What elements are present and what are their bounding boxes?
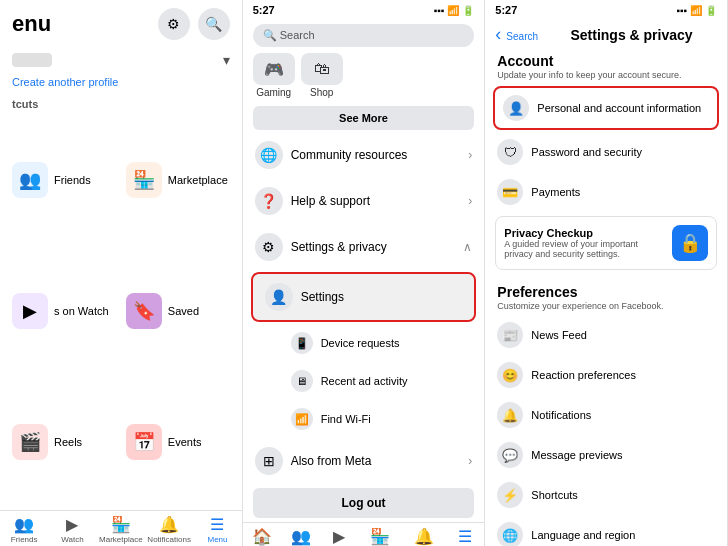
nav-notifications-icon: 🔔 (159, 515, 179, 534)
settings-row[interactable]: 👤 Settings (253, 274, 475, 320)
marketplace-icon: 🏪 (126, 162, 162, 198)
shortcut-reels[interactable]: 🎬 Reels (8, 377, 120, 506)
gaming-label: Gaming (256, 87, 291, 98)
message-previews-row[interactable]: 💬 Message previews (485, 435, 727, 475)
device-requests-row[interactable]: 📱 Device requests (243, 324, 485, 362)
menu-header: enu ⚙ 🔍 (0, 0, 242, 46)
tab-shop[interactable]: 🛍 Shop (301, 53, 343, 98)
shortcut-events[interactable]: 📅 Events (122, 377, 234, 506)
settings-privacy-row[interactable]: ⚙ Settings & privacy ∧ (243, 224, 485, 270)
find-wifi-label: Find Wi-Fi (321, 413, 371, 425)
create-profile-link[interactable]: Create another profile (0, 74, 242, 94)
nav2-friends[interactable]: 👥 Friends (281, 527, 320, 546)
community-resources-row[interactable]: 🌐 Community resources › (243, 132, 485, 178)
nav-marketplace[interactable]: 🏪 Marketplace (97, 515, 145, 544)
settings-highlighted: 👤 Settings (251, 272, 477, 322)
shortcut-friends[interactable]: 👥 Friends (8, 116, 120, 245)
meta-left: ⊞ Also from Meta (255, 447, 372, 475)
privacy-checkup-card[interactable]: Privacy Checkup A guided review of your … (495, 216, 717, 270)
search-box[interactable]: 🔍 Search (253, 24, 475, 47)
saved-label: Saved (168, 305, 199, 317)
language-label: Language and region (531, 529, 635, 541)
settings-label: Settings (301, 290, 344, 304)
search-icon-btn[interactable]: 🔍 (198, 8, 230, 40)
nav-notifications[interactable]: 🔔 Notifications (145, 515, 193, 544)
language-region-row[interactable]: 🌐 Language and region (485, 515, 727, 546)
notifications-row[interactable]: 🔔 Notifications (485, 395, 727, 435)
friends-label: Friends (54, 174, 91, 186)
help-label: Help & support (291, 194, 370, 208)
shortcuts-icon: ⚡ (497, 482, 523, 508)
time-p3: 5:27 (495, 4, 517, 16)
notifications-icon: 🔔 (497, 402, 523, 428)
nav-menu[interactable]: ☰ Menu (193, 515, 241, 544)
nav2-notif-icon: 🔔 (414, 527, 434, 546)
panel-settings-list: 5:27 ▪▪▪ 📶 🔋 🔍 Search 🎮 Gaming 🛍 Shop Se… (243, 0, 486, 546)
nav2-menu[interactable]: ☰ Menu (446, 527, 485, 546)
nav2-friends-icon: 👥 (291, 527, 311, 546)
header-icons: ⚙ 🔍 (158, 8, 230, 40)
news-feed-icon: 📰 (497, 322, 523, 348)
saved-icon: 🔖 (126, 293, 162, 329)
nav2-home[interactable]: 🏠 Home (243, 527, 282, 546)
p3-header: ‹ Search Settings & privacy (485, 18, 727, 47)
notifications-label: Notifications (531, 409, 591, 421)
nav-friends-label: Friends (11, 535, 38, 544)
p3-title: Settings & privacy (546, 27, 717, 43)
checkup-icon: 🔒 (672, 225, 708, 261)
gaming-icon: 🎮 (253, 53, 295, 85)
bottom-nav-panel2: 🏠 Home 👥 Friends ▶ Watch 🏪 Marketplace 🔔… (243, 522, 485, 546)
back-button[interactable]: ‹ Search (495, 24, 538, 45)
menu-title: enu (12, 11, 51, 37)
watch-icon: ▶ (12, 293, 48, 329)
settings-icon-btn[interactable]: ⚙ (158, 8, 190, 40)
nav2-menu-icon: ☰ (458, 527, 472, 546)
nav-watch-icon: ▶ (66, 515, 78, 534)
settings-privacy-icon: ⚙ (255, 233, 283, 261)
nav2-watch-icon: ▶ (333, 527, 345, 546)
events-label: Events (168, 436, 202, 448)
payments-label: Payments (531, 186, 580, 198)
personal-info-icon: 👤 (503, 95, 529, 121)
shortcuts-row[interactable]: ⚡ Shortcuts (485, 475, 727, 515)
shortcut-saved[interactable]: 🔖 Saved (122, 247, 234, 376)
community-chevron: › (468, 148, 472, 162)
settings-icon: 👤 (265, 283, 293, 311)
news-feed-row[interactable]: 📰 News Feed (485, 315, 727, 355)
device-requests-label: Device requests (321, 337, 400, 349)
community-left: 🌐 Community resources (255, 141, 408, 169)
see-more-button[interactable]: See More (253, 106, 475, 130)
shortcut-watch[interactable]: ▶ s on Watch (8, 247, 120, 376)
settings-left: 👤 Settings (265, 283, 344, 311)
tab-gaming[interactable]: 🎮 Gaming (253, 53, 295, 98)
payments-row[interactable]: 💳 Payments (485, 172, 727, 212)
panel-settings-privacy: 5:27 ▪▪▪ 📶 🔋 ‹ Search Settings & privacy… (485, 0, 728, 546)
shortcut-marketplace[interactable]: 🏪 Marketplace (122, 116, 234, 245)
password-security-row[interactable]: 🛡 Password and security (485, 132, 727, 172)
log-out-button[interactable]: Log out (253, 488, 475, 518)
nav-watch[interactable]: ▶ Watch (48, 515, 96, 544)
recent-ad-activity-row[interactable]: 🖥 Recent ad activity (243, 362, 485, 400)
nav-friends-icon: 👥 (14, 515, 34, 534)
personal-info-row[interactable]: 👤 Personal and account information (495, 88, 717, 128)
preferences-heading: Preferences (485, 278, 727, 300)
nav-friends[interactable]: 👥 Friends (0, 515, 48, 544)
tabs-row: 🎮 Gaming 🛍 Shop (243, 53, 485, 104)
shortcut-grid: 👥 Friends 🏪 Marketplace ▶ s on Watch 🔖 S… (0, 112, 242, 510)
help-support-row[interactable]: ❓ Help & support › (243, 178, 485, 224)
meta-chevron: › (468, 454, 472, 468)
reaction-preferences-row[interactable]: 😊 Reaction preferences (485, 355, 727, 395)
shop-label: Shop (310, 87, 333, 98)
nav2-watch[interactable]: ▶ Watch (320, 527, 359, 546)
chevron-down-icon[interactable]: ▾ (223, 52, 230, 68)
also-from-meta-row[interactable]: ⊞ Also from Meta › (243, 438, 485, 484)
status-bar-p2: 5:27 ▪▪▪ 📶 🔋 (243, 0, 485, 18)
signal-icon: ▪▪▪ (434, 5, 445, 16)
watch-label: s on Watch (54, 305, 109, 317)
nav-marketplace-label: Marketplace (99, 535, 143, 544)
marketplace-label: Marketplace (168, 174, 228, 186)
nav2-notifications[interactable]: 🔔 Notifications (402, 527, 446, 546)
find-wifi-row[interactable]: 📶 Find Wi-Fi (243, 400, 485, 438)
password-security-icon: 🛡 (497, 139, 523, 165)
nav2-marketplace[interactable]: 🏪 Marketplace (359, 527, 403, 546)
